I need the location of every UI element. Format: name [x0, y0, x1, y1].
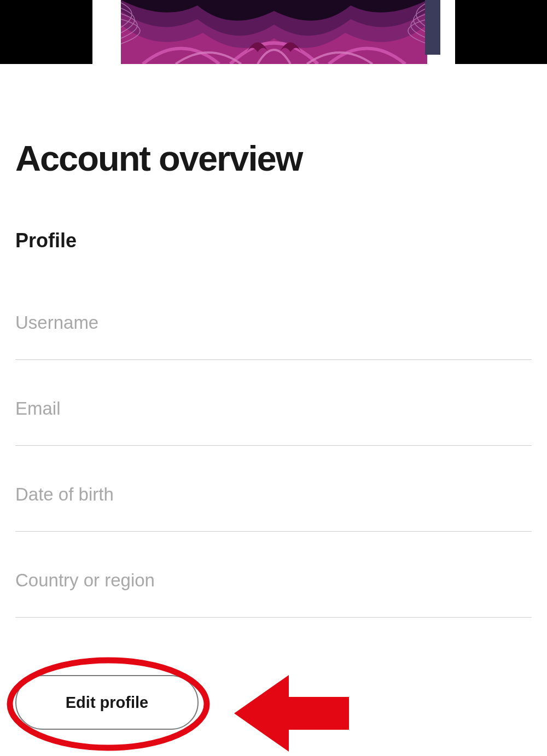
edit-profile-button[interactable]: Edit profile — [15, 675, 199, 730]
svg-marker-2 — [234, 675, 349, 752]
page-title: Account overview — [15, 138, 532, 179]
field-row-email: Email — [15, 398, 532, 446]
content-area: Account overview Profile Username Email … — [0, 64, 547, 756]
artwork-side-strip — [425, 0, 440, 55]
phone-frame — [92, 0, 455, 64]
field-label-email: Email — [15, 398, 532, 419]
annotation-arrow-left-icon — [229, 667, 360, 756]
field-label-country: Country or region — [15, 570, 532, 591]
edit-profile-button-label: Edit profile — [66, 694, 148, 712]
field-row-dob: Date of birth — [15, 484, 532, 532]
edit-button-area: Edit profile — [15, 656, 532, 756]
profile-section-title: Profile — [15, 229, 532, 252]
top-black-bar — [0, 0, 547, 64]
field-row-username: Username — [15, 312, 532, 360]
field-label-dob: Date of birth — [15, 484, 532, 505]
album-artwork — [121, 0, 427, 64]
field-row-country: Country or region — [15, 570, 532, 618]
field-label-username: Username — [15, 312, 532, 333]
